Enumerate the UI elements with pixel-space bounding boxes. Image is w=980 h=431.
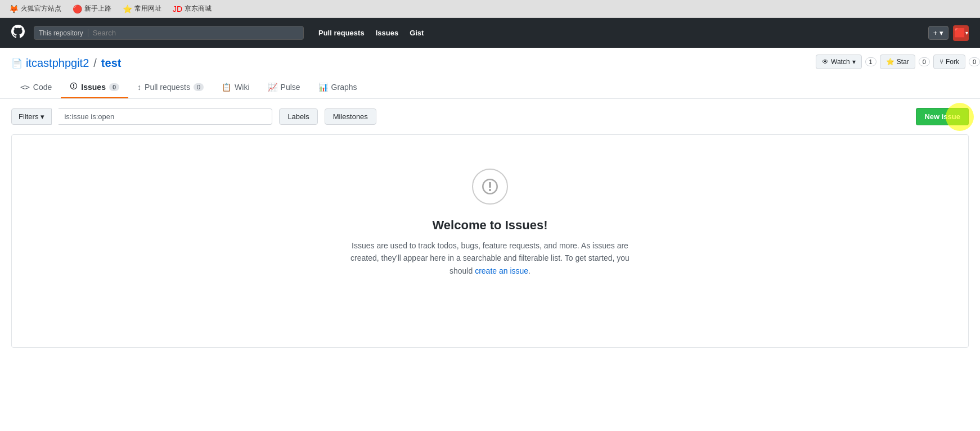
watch-button[interactable]: 👁 Watch ▾ (816, 55, 862, 69)
tab-pulse[interactable]: 📈 Pulse (259, 77, 309, 98)
watch-dropdown-icon: ▾ (852, 58, 856, 66)
empty-state-description: Issues are used to track todos, bugs, fe… (349, 239, 631, 277)
star-button[interactable]: ⭐ Star (880, 55, 915, 69)
header-right: + ▾ 🟥 ▾ (928, 25, 969, 41)
repo-name-link[interactable]: test (101, 57, 122, 70)
issues-count: 0 (109, 83, 119, 91)
watch-count: 1 (865, 57, 876, 66)
star-count: 0 (919, 57, 930, 66)
header-nav: Pull requests Issues Gist (318, 29, 424, 37)
browser-tab-bar: 🦊 火狐官方站点 🔴 新手上路 ⭐ 常用网址 JD 京东商城 (0, 0, 980, 18)
gist-nav-link[interactable]: Gist (410, 29, 424, 37)
repo-file-icon: 📄 (11, 58, 23, 69)
fork-icon: ⑂ (939, 58, 943, 66)
search-input[interactable] (93, 29, 299, 37)
issues-content-area: Welcome to Issues! Issues are used to tr… (11, 134, 969, 348)
tab-issues[interactable]: Issues 0 (61, 76, 128, 98)
issues-toolbar: Filters ▾ Labels Milestones New issue (0, 99, 980, 134)
milestones-button[interactable]: Milestones (325, 108, 376, 125)
fork-count: 0 (969, 57, 980, 66)
browser-tab-firefox[interactable]: 🦊 火狐官方站点 (6, 3, 65, 15)
new-item-button[interactable]: + ▾ (928, 26, 948, 40)
main-content: 📄 itcastphpgit2 / test 👁 Watch ▾ 1 ⭐ (0, 48, 980, 431)
issues-tab-icon (70, 82, 78, 92)
tab-pull-requests[interactable]: ↕ Pull requests 0 (128, 77, 213, 98)
issues-search-input[interactable] (59, 108, 272, 125)
empty-state-title: Welcome to Issues! (433, 218, 548, 233)
pull-requests-nav-link[interactable]: Pull requests (318, 29, 365, 37)
eye-icon: 👁 (822, 58, 829, 66)
issues-nav-link[interactable]: Issues (376, 29, 398, 37)
tab-graphs[interactable]: 📊 Graphs (309, 77, 366, 98)
repo-title: 📄 itcastphpgit2 / test 👁 Watch ▾ 1 ⭐ (11, 57, 969, 70)
empty-state: Welcome to Issues! Issues are used to tr… (12, 135, 968, 311)
browser-tab-favorites[interactable]: ⭐ 常用网址 (119, 3, 165, 15)
search-scope: This repository (39, 29, 88, 37)
repo-header: 📄 itcastphpgit2 / test 👁 Watch ▾ 1 ⭐ (0, 48, 980, 99)
github-logo-icon[interactable] (11, 25, 25, 41)
browser-tab-jd[interactable]: JD 京东商城 (169, 3, 215, 15)
graphs-tab-icon: 📊 (318, 83, 328, 92)
code-tab-icon: <> (20, 83, 30, 92)
github-header: This repository Pull requests Issues Gis… (0, 18, 980, 48)
pr-tab-icon: ↕ (137, 83, 141, 92)
filter-dropdown-icon: ▾ (41, 112, 44, 121)
search-container[interactable]: This repository (34, 26, 304, 40)
pulse-tab-icon: 📈 (268, 83, 277, 92)
tab-code[interactable]: <> Code (11, 77, 61, 98)
tab-wiki[interactable]: 📋 Wiki (213, 77, 258, 98)
star-icon: ⭐ (886, 58, 894, 66)
repo-actions: 👁 Watch ▾ 1 ⭐ Star 0 ⑂ Fork (816, 55, 980, 69)
avatar[interactable]: 🟥 ▾ (953, 25, 969, 41)
create-issue-link[interactable]: create an issue (475, 266, 528, 275)
new-issue-button[interactable]: New issue (916, 108, 969, 125)
empty-state-icon (472, 169, 508, 205)
browser-tab-newbie[interactable]: 🔴 新手上路 (69, 3, 115, 15)
repo-separator: / (93, 57, 97, 70)
wiki-tab-icon: 📋 (222, 83, 231, 92)
filter-button[interactable]: Filters ▾ (11, 108, 52, 125)
pr-count: 0 (194, 83, 204, 91)
fork-button[interactable]: ⑂ Fork (933, 55, 965, 69)
labels-button[interactable]: Labels (279, 108, 317, 125)
repo-tabs: <> Code Issues 0 ↕ Pull requests 0 (11, 76, 969, 98)
repo-owner-link[interactable]: itcastphpgit2 (26, 57, 89, 70)
